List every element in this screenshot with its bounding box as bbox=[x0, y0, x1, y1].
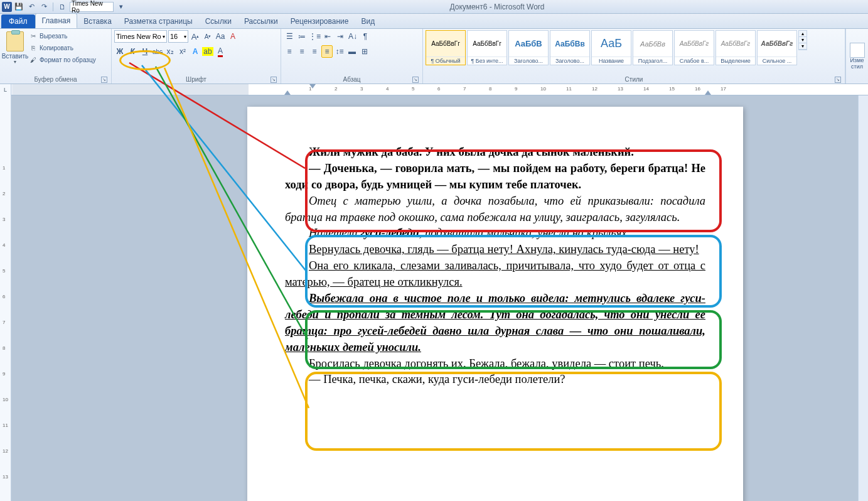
tab-layout[interactable]: Разметка страницы bbox=[118, 14, 199, 28]
justify-button[interactable]: ≡ bbox=[321, 45, 333, 58]
vertical-scrollbar[interactable] bbox=[858, 95, 868, 501]
undo-icon[interactable]: ↶ bbox=[26, 2, 36, 12]
right-indent-marker[interactable] bbox=[705, 90, 711, 95]
qat-font-combo[interactable]: Times New Ro bbox=[70, 2, 114, 12]
doc-paragraph[interactable]: Бросилась девочка догонять их. Бежала, б… bbox=[285, 356, 705, 372]
paragraph-launcher-icon[interactable]: ↘ bbox=[412, 77, 419, 83]
align-center-button[interactable]: ≡ bbox=[296, 45, 308, 58]
doc-paragraph[interactable]: Вернулась девочка, глядь — братца нету! … bbox=[285, 242, 705, 258]
styles-scroll-0[interactable]: ▴ bbox=[799, 31, 806, 37]
styles-launcher-icon[interactable]: ↘ bbox=[835, 77, 841, 83]
ribbon-tabs: Файл Главная Вставка Разметка страницы С… bbox=[0, 14, 868, 29]
numbering-button[interactable]: ≔ bbox=[296, 30, 308, 43]
italic-button[interactable]: К bbox=[127, 45, 138, 58]
copy-label: Копировать bbox=[40, 45, 73, 51]
style-card-7[interactable]: АаБбВвГгВыделение bbox=[715, 30, 756, 65]
font-name-combo[interactable]: Times New Ro▾ bbox=[114, 30, 167, 43]
group-styles: АаБбВвГг¶ ОбычныйАаБбВвГг¶ Без инте...Аа… bbox=[423, 29, 845, 84]
bullets-button[interactable]: ☰ bbox=[284, 30, 295, 43]
tab-references[interactable]: Ссылки bbox=[199, 14, 238, 28]
align-right-button[interactable]: ≡ bbox=[309, 45, 320, 58]
copy-button[interactable]: ⎘Копировать bbox=[29, 42, 96, 53]
copy-icon: ⎘ bbox=[29, 43, 38, 52]
underline-button[interactable]: Ч bbox=[139, 45, 151, 58]
tab-selector[interactable]: L bbox=[0, 84, 11, 95]
styles-scroll-2[interactable]: ▾ bbox=[799, 43, 806, 50]
doc-paragraph[interactable]: Отец с матерью ушли, а дочка позабыла, ч… bbox=[285, 193, 705, 226]
tab-view[interactable]: Вид bbox=[355, 14, 381, 28]
bold-button[interactable]: Ж bbox=[114, 45, 126, 58]
change-case-button[interactable]: Aa bbox=[215, 30, 226, 43]
doc-paragraph[interactable]: — Печка, печка, скажи, куда гуси-лебеди … bbox=[285, 372, 705, 388]
doc-paragraph[interactable]: Она его кликала, слезами заливалась, при… bbox=[285, 258, 705, 291]
styles-scroll-1[interactable]: ▾ bbox=[799, 37, 806, 43]
change-styles-button[interactable]: Изме стил bbox=[845, 29, 868, 84]
text-effects-button[interactable]: A bbox=[190, 45, 201, 58]
sort-button[interactable]: A↓ bbox=[347, 30, 358, 43]
workspace: 1234567891011121314 Жили мужик да баба. … bbox=[0, 95, 868, 501]
line-spacing-button[interactable]: ↕≡ bbox=[334, 45, 345, 58]
style-card-1[interactable]: АаБбВвГг¶ Без инте... bbox=[467, 30, 507, 65]
word-icon: W bbox=[2, 2, 12, 12]
save-icon[interactable]: 💾 bbox=[14, 2, 24, 12]
cut-label: Вырезать bbox=[40, 33, 67, 40]
cut-button[interactable]: ✂Вырезать bbox=[29, 30, 96, 41]
qat-dropdown-icon[interactable]: ▾ bbox=[116, 2, 126, 12]
font-size-combo[interactable]: 16▾ bbox=[168, 30, 188, 43]
font-color-button[interactable]: A bbox=[215, 45, 226, 58]
tab-insert[interactable]: Вставка bbox=[77, 14, 118, 28]
shading-button[interactable]: ▬ bbox=[346, 45, 358, 58]
doc-paragraph[interactable]: Налетели гуси-лебеди, подхватили мальчик… bbox=[285, 225, 705, 242]
document-page[interactable]: Жили мужик да баба. У них была дочка да … bbox=[247, 107, 743, 501]
brush-icon: 🖌 bbox=[29, 55, 38, 64]
style-card-6[interactable]: АаБбВвГгСлабое в... bbox=[674, 30, 714, 65]
plain-block: Бросилась девочка догонять их. Бежала, б… bbox=[285, 356, 705, 389]
font-launcher-icon[interactable]: ↘ bbox=[271, 77, 277, 83]
increase-indent-button[interactable]: ⇥ bbox=[335, 30, 346, 43]
tab-mailings[interactable]: Рассылки bbox=[238, 14, 284, 28]
style-card-0[interactable]: АаБбВвГг¶ Обычный bbox=[426, 30, 466, 65]
grow-font-button[interactable]: A▴ bbox=[190, 30, 201, 43]
shrink-font-button[interactable]: A▾ bbox=[202, 30, 213, 43]
hanging-indent-marker[interactable] bbox=[284, 90, 291, 95]
style-card-5[interactable]: АаБбВвПодзагол... bbox=[633, 30, 673, 65]
tab-review[interactable]: Рецензирование bbox=[284, 14, 355, 28]
doc-paragraph[interactable]: Выбежала она в чистое поле и только виде… bbox=[285, 291, 705, 356]
group-styles-label: Стили↘ bbox=[426, 75, 842, 84]
group-clipboard-label: Буфер обмена↘ bbox=[3, 75, 109, 84]
doc-paragraph[interactable]: Жили мужик да баба. У них была дочка да … bbox=[285, 144, 705, 161]
bold-italic-underline-block: Выбежала она в чистое поле и только виде… bbox=[285, 291, 705, 356]
style-card-8[interactable]: АаБбВвГгСильное ... bbox=[757, 30, 797, 65]
decrease-indent-button[interactable]: ⇤ bbox=[322, 30, 333, 43]
doc-paragraph[interactable]: — Доченька, — говорила мать, — мы пойдем… bbox=[285, 161, 705, 193]
superscript-button[interactable]: x² bbox=[177, 45, 188, 58]
align-left-button[interactable]: ≡ bbox=[284, 45, 295, 58]
vertical-ruler[interactable]: 1234567891011121314 bbox=[0, 95, 11, 501]
show-marks-button[interactable]: ¶ bbox=[360, 30, 371, 43]
style-card-4[interactable]: АаБНазвание bbox=[591, 30, 631, 65]
new-doc-icon[interactable]: 🗋 bbox=[57, 2, 67, 12]
group-paragraph: ☰ ≔ ⋮≡ ⇤ ⇥ A↓ ¶ ≡ ≡ ≡ ≡ ↕≡ ▬ ⊞ Абзац↘ bbox=[281, 29, 423, 84]
change-styles-label: Изме стил bbox=[847, 58, 867, 70]
italic-block: Отец с матерью ушли, а дочка позабыла, ч… bbox=[285, 193, 705, 242]
paste-button[interactable]: Вставить ▼ bbox=[3, 30, 28, 64]
styles-scroll[interactable]: ▴▾▾ bbox=[798, 30, 807, 50]
highlight-button[interactable]: ab bbox=[202, 45, 213, 58]
group-font: Times New Ro▾ 16▾ A▴ A▾ Aa A Ж К Ч abc x… bbox=[112, 29, 281, 84]
page-area: Жили мужик да баба. У них была дочка да … bbox=[11, 95, 868, 501]
paste-icon bbox=[6, 31, 24, 51]
tab-home[interactable]: Главная bbox=[35, 13, 78, 28]
quick-access-toolbar: 💾 ↶ ↷ 🗋 Times New Ro ▾ bbox=[14, 2, 126, 12]
style-card-2[interactable]: АаБбВЗаголово... bbox=[508, 30, 549, 65]
tab-file[interactable]: Файл bbox=[1, 14, 35, 28]
borders-button[interactable]: ⊞ bbox=[359, 45, 370, 58]
strike-button[interactable]: abc bbox=[152, 45, 163, 58]
subscript-button[interactable]: x₂ bbox=[164, 45, 176, 58]
clear-formatting-button[interactable]: A bbox=[227, 30, 238, 43]
horizontal-ruler[interactable]: 1234567891011121314151617 bbox=[13, 84, 868, 95]
clipboard-launcher-icon[interactable]: ↘ bbox=[101, 77, 107, 83]
format-painter-button[interactable]: 🖌Формат по образцу bbox=[29, 54, 96, 65]
redo-icon[interactable]: ↷ bbox=[39, 2, 49, 12]
style-card-3[interactable]: АаБбВвЗаголово... bbox=[550, 30, 590, 65]
multilevel-button[interactable]: ⋮≡ bbox=[309, 30, 321, 43]
